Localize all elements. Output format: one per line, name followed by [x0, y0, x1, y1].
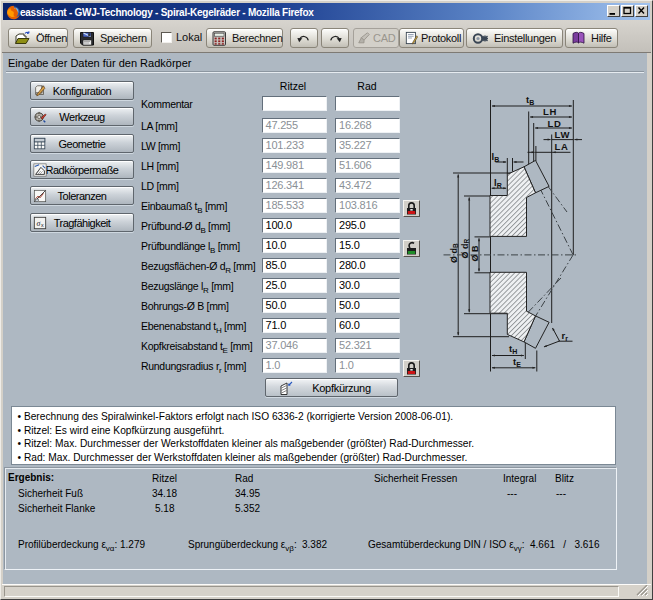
svg-text:LH: LH: [543, 106, 557, 117]
svg-text:tH: tH: [509, 343, 517, 355]
svg-text:Ø dR: Ø dR: [460, 239, 471, 259]
svg-text:LA: LA: [555, 141, 569, 152]
svg-text:tE: tE: [513, 356, 521, 368]
svg-text:LW: LW: [555, 129, 571, 140]
svg-text:lR: lR: [494, 177, 502, 189]
svg-text:LD: LD: [548, 118, 562, 129]
svg-text:tB: tB: [526, 94, 534, 106]
svg-text:lB: lB: [492, 151, 500, 163]
svg-text:Ø B: Ø B: [470, 245, 480, 262]
svg-text:rr: rr: [562, 330, 569, 342]
svg-text:Ø dB: Ø dB: [449, 243, 460, 263]
